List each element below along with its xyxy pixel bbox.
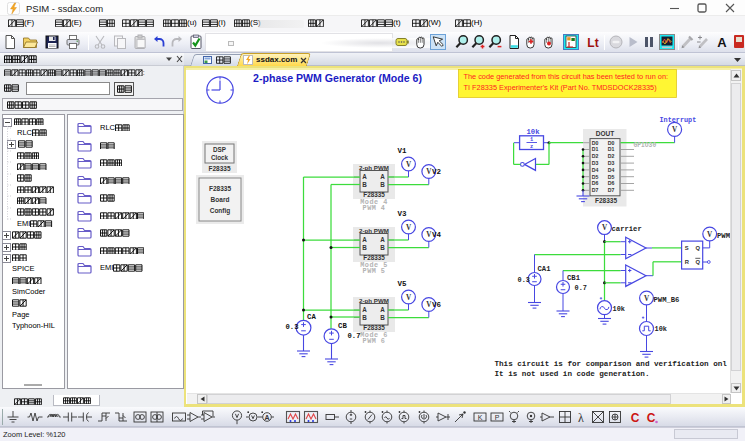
svg-text:TI F28335 Experimenter's Kit (: TI F28335 Experimenter's Kit (Part No. T… bbox=[464, 83, 657, 92]
svg-text:It is not used in code generat: It is not used in code generation. bbox=[495, 370, 650, 378]
svg-text:CA1: CA1 bbox=[538, 265, 552, 273]
svg-text:λ: λ bbox=[578, 411, 584, 425]
svg-text:Clock: Clock bbox=[211, 154, 229, 161]
svg-text:V1: V1 bbox=[398, 147, 408, 155]
svg-text:V: V bbox=[672, 126, 678, 134]
svg-text:V: V bbox=[707, 231, 713, 239]
svg-text:0.7: 0.7 bbox=[575, 284, 587, 292]
svg-text:CB: CB bbox=[338, 322, 347, 330]
svg-text:D2: D2 bbox=[608, 153, 615, 159]
svg-text:0.3: 0.3 bbox=[286, 323, 299, 331]
svg-text:PWM 6: PWM 6 bbox=[363, 337, 386, 345]
svg-text:D3: D3 bbox=[608, 160, 615, 166]
svg-text:V4: V4 bbox=[432, 231, 442, 239]
svg-text:D2: D2 bbox=[592, 153, 599, 159]
svg-text:S: S bbox=[685, 245, 689, 251]
svg-text:D5: D5 bbox=[592, 174, 599, 180]
svg-text:0.3: 0.3 bbox=[518, 276, 530, 284]
svg-text:D6: D6 bbox=[608, 180, 615, 186]
svg-text:B: B bbox=[362, 181, 367, 188]
svg-text:V5: V5 bbox=[398, 280, 408, 288]
svg-text:Board: Board bbox=[211, 196, 230, 203]
svg-text:V: V bbox=[602, 224, 608, 232]
svg-text:K: K bbox=[478, 414, 483, 421]
svg-text:A: A bbox=[362, 236, 367, 243]
svg-text:D3: D3 bbox=[592, 160, 599, 166]
svg-text:C: C bbox=[647, 411, 656, 425]
svg-text:A: A bbox=[362, 173, 367, 180]
svg-text:V6: V6 bbox=[432, 301, 442, 309]
svg-text:F28335: F28335 bbox=[363, 191, 385, 198]
svg-text:2-ph PWM: 2-ph PWM bbox=[359, 164, 389, 171]
svg-text:D1: D1 bbox=[592, 146, 599, 152]
svg-text:2-phase PWM Generator (Mode 6): 2-phase PWM Generator (Mode 6) bbox=[253, 72, 422, 84]
svg-text:V: V bbox=[644, 295, 650, 303]
svg-text:F28335: F28335 bbox=[363, 254, 385, 261]
svg-text:Lt: Lt bbox=[587, 36, 598, 50]
svg-text:D7: D7 bbox=[592, 187, 599, 193]
svg-text:V: V bbox=[406, 224, 412, 232]
svg-text:V: V bbox=[406, 294, 412, 302]
svg-text:DOUT: DOUT bbox=[596, 130, 614, 137]
svg-text:V: V bbox=[406, 161, 412, 169]
svg-text:B: B bbox=[380, 314, 385, 321]
svg-text:CA: CA bbox=[307, 313, 316, 321]
svg-text:F28335: F28335 bbox=[363, 324, 385, 331]
svg-text:D7: D7 bbox=[608, 187, 615, 193]
svg-text:B: B bbox=[362, 244, 367, 251]
svg-text:D0: D0 bbox=[608, 140, 615, 146]
svg-text:PWM 5: PWM 5 bbox=[363, 267, 386, 275]
svg-text:10k: 10k bbox=[613, 305, 625, 313]
svg-text:Interrupt: Interrupt bbox=[660, 116, 697, 124]
svg-text:Config: Config bbox=[210, 207, 231, 215]
svg-text:B: B bbox=[380, 181, 385, 188]
svg-text:GPIO30: GPIO30 bbox=[634, 142, 657, 149]
svg-text:A: A bbox=[362, 306, 367, 313]
svg-text:B: B bbox=[380, 244, 385, 251]
svg-text:This circuit is for comparison: This circuit is for comparison and verif… bbox=[495, 360, 728, 368]
svg-text:A: A bbox=[264, 414, 269, 421]
svg-text:z: z bbox=[530, 144, 533, 150]
svg-text:V2: V2 bbox=[432, 168, 442, 176]
svg-text:PWM 4: PWM 4 bbox=[363, 204, 386, 212]
svg-text:C: C bbox=[631, 411, 640, 425]
svg-text:F28335: F28335 bbox=[209, 185, 231, 192]
svg-text:F28335: F28335 bbox=[595, 197, 617, 204]
svg-text:Q: Q bbox=[696, 245, 701, 251]
svg-text:PWM_B6: PWM_B6 bbox=[654, 296, 680, 304]
svg-text:P: P bbox=[495, 414, 500, 421]
svg-text:D5: D5 bbox=[608, 174, 615, 180]
svg-text:The code generated from this c: The code generated from this circuit has… bbox=[464, 72, 669, 81]
svg-text:Q: Q bbox=[696, 259, 701, 265]
svg-text:carrier: carrier bbox=[612, 225, 642, 233]
svg-text:DSP: DSP bbox=[213, 146, 226, 153]
svg-text:A: A bbox=[717, 35, 727, 50]
svg-text:2-ph PWM: 2-ph PWM bbox=[359, 297, 389, 304]
svg-text:V3: V3 bbox=[398, 210, 408, 218]
svg-text:10k: 10k bbox=[527, 128, 541, 136]
svg-text:D4: D4 bbox=[592, 167, 599, 173]
svg-text:D4: D4 bbox=[608, 167, 615, 173]
svg-text:D0: D0 bbox=[592, 140, 599, 146]
svg-text:B: B bbox=[362, 314, 367, 321]
svg-text:A: A bbox=[380, 173, 385, 180]
svg-text:1: 1 bbox=[530, 137, 533, 143]
svg-text:D6: D6 bbox=[592, 180, 599, 186]
svg-text:A: A bbox=[380, 236, 385, 243]
svg-text:0.7: 0.7 bbox=[348, 332, 361, 340]
svg-text:10k: 10k bbox=[655, 325, 667, 333]
svg-text:PWM: PWM bbox=[717, 232, 730, 240]
svg-text:F28335: F28335 bbox=[208, 165, 230, 172]
svg-text:CB1: CB1 bbox=[567, 274, 581, 282]
svg-text:2-ph PWM: 2-ph PWM bbox=[359, 227, 389, 234]
svg-text:D1: D1 bbox=[608, 146, 615, 152]
svg-text:A: A bbox=[380, 306, 385, 313]
